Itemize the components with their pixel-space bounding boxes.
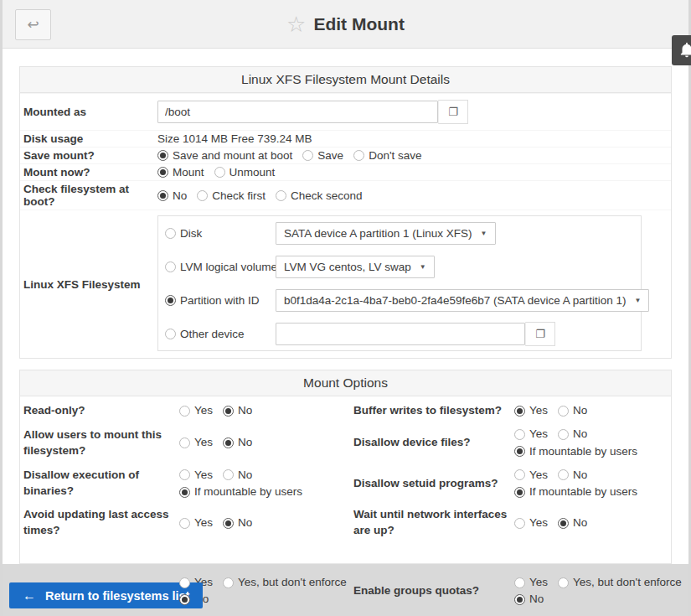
fs-source-lvm-row: LVM logical volume LVM VG centos, LV swa…	[158, 250, 641, 283]
group-quotas-options: Yes Yes, but don't enforce No	[514, 572, 682, 611]
radio-icon	[514, 487, 525, 498]
fs-source-row: Linux XFS Filesystem Disk SATA device A …	[20, 210, 671, 358]
read-only-yes[interactable]: Yes	[179, 402, 213, 419]
check-fs-option-second[interactable]: Check second	[276, 189, 363, 202]
save-mount-option-save[interactable]: Save	[302, 149, 343, 162]
avoid-atime-options: Yes No	[179, 512, 353, 534]
other-device-input[interactable]	[276, 323, 525, 345]
radio-icon	[558, 577, 569, 588]
fs-source-option-lvm[interactable]: LVM logical volume	[165, 261, 276, 273]
lvm-select-value: LVM VG centos, LV swap	[284, 261, 411, 273]
disallow-setuid-no[interactable]: No	[558, 467, 587, 484]
wait-network-options: Yes No	[514, 512, 668, 534]
mount-now-option-mount[interactable]: Mount	[157, 166, 204, 179]
check-fs-row: Check filesystem at boot? No Check first…	[20, 180, 671, 210]
read-only-label: Read-only?	[23, 401, 179, 422]
group-quotas-no[interactable]: No	[514, 591, 544, 608]
read-only-no[interactable]: No	[223, 402, 252, 419]
radio-icon	[179, 487, 190, 498]
radio-icon	[514, 429, 525, 440]
back-button[interactable]: ↩	[15, 9, 51, 40]
radio-icon	[558, 429, 569, 440]
disallow-device-no[interactable]: No	[558, 426, 587, 443]
save-mount-option-dont-save[interactable]: Don't save	[353, 149, 421, 162]
radio-icon	[223, 469, 234, 480]
disallow-exec-if-mountable[interactable]: If mountable by users	[179, 484, 302, 500]
mounted-as-input[interactable]	[157, 101, 438, 123]
radio-icon	[223, 406, 234, 417]
radio-icon	[558, 469, 569, 480]
radio-icon	[165, 261, 176, 272]
radio-icon	[197, 190, 208, 201]
return-to-filesystems-button[interactable]: ← Return to filesystems list	[9, 582, 203, 608]
star-icon[interactable]: ☆	[286, 13, 306, 35]
fs-source-option-disk[interactable]: Disk	[165, 227, 276, 240]
fs-source-label: Linux XFS Filesystem	[23, 278, 157, 291]
copy-icon: ❐	[535, 328, 545, 340]
disallow-setuid-yes[interactable]: Yes	[514, 467, 548, 484]
radio-icon	[165, 329, 176, 339]
disallow-exec-yes[interactable]: Yes	[179, 467, 213, 484]
disallow-setuid-label: Disallow setuid programs?	[353, 474, 514, 494]
mounted-as-picker-button[interactable]: ❐	[438, 100, 468, 124]
save-mount-label: Save mount?	[23, 149, 157, 162]
page-title: Edit Mount	[313, 14, 404, 34]
notifications-toggle[interactable]	[672, 35, 691, 65]
disallow-device-yes[interactable]: Yes	[514, 426, 548, 443]
radio-icon	[223, 437, 234, 448]
fs-source-box: Disk SATA device A partition 1 (Linux XF…	[157, 215, 642, 351]
group-quotas-yes[interactable]: Yes	[514, 574, 548, 591]
avoid-atime-yes[interactable]: Yes	[179, 515, 213, 531]
group-quotas-yes-no-enforce[interactable]: Yes, but don't enforce	[558, 574, 682, 591]
radio-icon	[165, 228, 176, 239]
disallow-setuid-if-mountable[interactable]: If mountable by users	[514, 484, 637, 500]
partition-id-select[interactable]: b0f1da4a-2c1a-4ba7-beb0-2fa4e59fe6b7 (SA…	[276, 289, 649, 312]
back-icon: ↩	[27, 16, 39, 34]
buffer-writes-options: Yes No	[514, 400, 668, 422]
user-quotas-yes-no-enforce[interactable]: Yes, but don't enforce	[223, 574, 347, 591]
fs-source-option-partition-id[interactable]: Partition with ID	[165, 294, 276, 307]
chevron-down-icon: ▼	[420, 263, 426, 271]
radio-icon	[223, 577, 234, 588]
read-only-options: Yes No	[179, 400, 353, 422]
fs-source-other-row: Other device ❐	[158, 317, 641, 350]
fs-source-option-other[interactable]: Other device	[165, 328, 276, 340]
radio-icon	[223, 518, 234, 529]
allow-users-yes[interactable]: Yes	[179, 434, 213, 451]
user-quotas-options: Yes Yes, but don't enforce No	[179, 572, 353, 611]
mounted-as-row: Mounted as ❐	[20, 93, 671, 130]
disallow-exec-no[interactable]: No	[223, 467, 252, 484]
radio-icon	[179, 469, 190, 480]
disk-select[interactable]: SATA device A partition 1 (Linux XFS) ▼	[276, 222, 496, 245]
save-mount-option-boot[interactable]: Save and mount at boot	[157, 149, 292, 162]
chevron-down-icon: ▼	[635, 297, 642, 304]
mount-details-title: Linux XFS Filesystem Mount Details	[20, 67, 671, 93]
mount-now-option-unmount[interactable]: Unmount	[214, 166, 276, 179]
check-fs-label: Check filesystem at boot?	[23, 183, 157, 208]
buffer-writes-no[interactable]: No	[558, 402, 587, 419]
mounted-as-label: Mounted as	[23, 106, 157, 118]
radio-icon	[157, 150, 168, 161]
wait-network-no[interactable]: No	[558, 515, 587, 531]
disallow-device-options: Yes No If mountable by users	[514, 423, 668, 463]
mount-details-panel: Linux XFS Filesystem Mount Details Mount…	[19, 66, 672, 359]
avoid-atime-no[interactable]: No	[223, 515, 252, 531]
check-fs-option-first[interactable]: Check first	[197, 189, 266, 202]
page-frame: ↩ ☆ Edit Mount Linux XFS Filesystem Moun…	[0, 0, 691, 616]
buffer-writes-label: Buffer writes to filesystem?	[353, 401, 514, 422]
radio-icon	[179, 437, 190, 448]
radio-icon	[165, 295, 176, 306]
radio-icon	[276, 190, 286, 201]
disallow-exec-options: Yes No If mountable by users	[179, 464, 353, 504]
allow-users-no[interactable]: No	[223, 434, 252, 451]
disallow-device-if-mountable[interactable]: If mountable by users	[514, 443, 637, 460]
other-device-picker-button[interactable]: ❐	[525, 322, 555, 346]
radio-icon	[214, 167, 225, 178]
check-fs-option-no[interactable]: No	[157, 189, 187, 202]
lvm-select[interactable]: LVM VG centos, LV swap ▼	[276, 256, 435, 278]
radio-icon	[514, 406, 525, 417]
wait-network-yes[interactable]: Yes	[514, 515, 548, 531]
partition-id-select-value: b0f1da4a-2c1a-4ba7-beb0-2fa4e59fe6b7 (SA…	[284, 294, 627, 307]
buffer-writes-yes[interactable]: Yes	[514, 402, 548, 419]
page-header: ↩ ☆ Edit Mount	[3, 0, 688, 49]
